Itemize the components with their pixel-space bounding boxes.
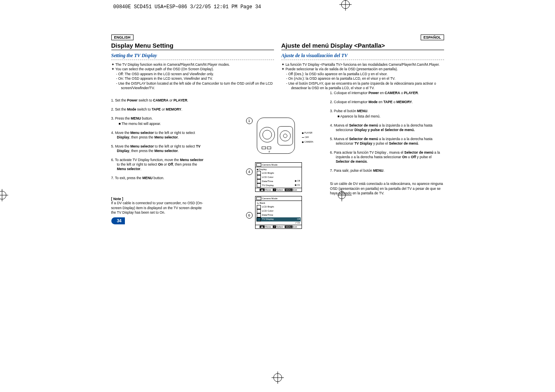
page-number: 34 (111, 217, 125, 224)
bullet-item: On (Actv.): la OSD aparece en la pantall… (281, 76, 444, 81)
title-right: Ajuste del menú Display <Pantalla> (281, 42, 444, 49)
bullet-list-left: The TV Display function works in Camera/… (111, 62, 274, 91)
svg-point-2 (263, 130, 272, 139)
battery-icon (256, 163, 261, 166)
subtitle-left: Setting the TV Display (111, 53, 274, 60)
bullet-item: Off (Des.): la OSD sólo aparece en la pa… (281, 72, 444, 76)
osd-menu-row: LCD Bright (256, 171, 301, 175)
step-item: 5. Move the Menu selector to the left or… (111, 144, 206, 153)
osd-menu-4: Camera Mode ▶Display LCD BrightLCD Color… (255, 162, 302, 192)
power-switch-labels: PLAYER OFF CAMERA (302, 131, 313, 144)
title-left: Display Menu Setting (111, 42, 274, 49)
menu-row-icon (257, 217, 261, 221)
step-sub: ■ Aparece la lista del menú. (330, 114, 444, 119)
callout-6: 6 (246, 212, 253, 219)
step-item: 2. Set the Mode switch to TAPE or MEMORY… (111, 107, 206, 112)
svg-point-5 (283, 134, 287, 138)
menu-row-icon (257, 171, 261, 175)
bullet-item: You can select the output path of the OS… (111, 67, 274, 71)
lang-badge-es: ESPAÑOL (421, 35, 444, 40)
step-item: 1. Set the Power switch to CAMERA or PLA… (111, 98, 206, 103)
osd-menu-row: LCD Color (256, 209, 301, 213)
bullet-list-right: La función TV Display <Pantalla TV> func… (281, 62, 444, 91)
osd-menu-row: Date/Time (256, 213, 301, 217)
osd-menu-6: Camera Mode ⭮ Back LCD BrightLCD ColorDa… (255, 196, 302, 229)
menu-row-icon (257, 213, 261, 217)
battery-icon (256, 197, 261, 200)
step-item: 5. Mueva el Selector de menú a la izquie… (330, 137, 444, 146)
callout-1: 1 (246, 118, 253, 124)
osd-menu-row: Date/Time▶Off (256, 179, 301, 183)
crop-mark-icon (338, 189, 352, 201)
file-header: 00840E SCD451 USA+ESP~086 3/22/05 12:01 … (113, 4, 444, 10)
step-item: 6. Para activar la función TV Display , … (330, 150, 444, 164)
rule (281, 50, 444, 50)
step-item: 7. To exit, press the MENU button. (111, 176, 206, 180)
menu-row-icon (257, 205, 261, 209)
subtitle-right: Ajuste de la visualización del TV (281, 53, 444, 60)
bullet-item: The TV Display function works in Camera/… (111, 62, 274, 67)
bullet-item: Use el botón DISPLAY, que se encuentra e… (281, 81, 444, 91)
bullet-item: Puede seleccionar la vía de salida de la… (281, 67, 444, 71)
svg-text:g: g (269, 150, 270, 152)
osd-menu-row: LCD Color (256, 175, 301, 179)
steps-list-right: 1. Coloque el interruptor Power en CAMER… (330, 91, 444, 173)
svg-point-1 (260, 127, 275, 142)
step-item: 4. Move the Menu selector to the left or… (111, 131, 206, 140)
osd-menu-row: LCD Bright (256, 205, 301, 209)
bullet-item: Off: The OSD appears in the LCD screen a… (111, 72, 274, 76)
menu-row-icon (257, 183, 261, 187)
menu-row-icon (257, 209, 261, 213)
step-item: 6. To activate TV Display function, move… (111, 158, 206, 171)
osd-menu-row: TV Display▶On (256, 183, 301, 187)
step-item: 3. Press the MENU button. (111, 116, 206, 121)
camcorder-icon: g (255, 116, 300, 157)
rule (111, 50, 274, 50)
crop-mark-icon (339, 0, 352, 11)
bullet-item: On: The OSD appears in the LCD screen, V… (111, 76, 274, 81)
crop-mark-icon (272, 371, 284, 384)
bullet-item: Use the DISPLAY button located at the le… (111, 81, 274, 91)
crop-mark-icon (0, 189, 8, 201)
lang-badge-en: ENGLISH (111, 35, 134, 40)
bullet-item: La función TV Display <Pantalla TV> func… (281, 62, 444, 67)
menu-row-icon (257, 179, 261, 183)
illustration-zone: 1 4 6 g PLAYER OFF CAMERA Camera Mode ▶D… (243, 116, 313, 229)
menu-row-icon (257, 175, 261, 179)
callout-4: 4 (246, 168, 253, 175)
step-item: 1. Coloque el interruptor Power en CAMER… (330, 91, 444, 95)
step-item: 4. Mueva el Selector de menú a la izquie… (330, 123, 444, 132)
osd-menu-row: ✓On (256, 221, 301, 225)
note-body-left: If a DV cable is connected to your camco… (111, 201, 206, 215)
step-item: 7. Para salir, pulse el botón MENU. (330, 168, 444, 173)
svg-rect-6 (262, 147, 265, 149)
step-item: 3. Pulse el botón MENU. (330, 109, 444, 113)
step-sub: ■ The menu list will appear. (111, 122, 206, 126)
svg-point-4 (280, 131, 290, 141)
steps-list-left: 1. Set the Power switch to CAMERA or PLA… (111, 98, 206, 181)
step-item: 2. Coloque el interruptor Mode en TAPE o… (330, 100, 444, 104)
svg-rect-7 (267, 147, 271, 149)
osd-menu-row: TV DisplayOff (256, 217, 301, 221)
